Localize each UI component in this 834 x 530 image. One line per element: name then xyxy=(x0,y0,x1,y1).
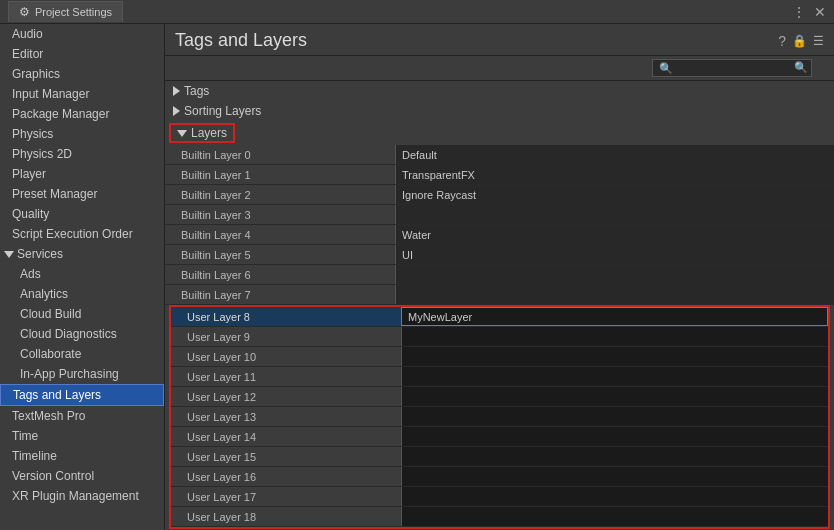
sidebar-item-graphics[interactable]: Graphics xyxy=(0,64,164,84)
sidebar-item-quality[interactable]: Quality xyxy=(0,204,164,224)
sidebar-item-tags-layers[interactable]: Tags and Layers xyxy=(0,384,164,406)
sidebar-item-physics-2d[interactable]: Physics 2D xyxy=(0,144,164,164)
sorting-layers-section-header[interactable]: Sorting Layers xyxy=(165,101,834,121)
sidebar-item-in-app[interactable]: In-App Purchasing xyxy=(0,364,164,384)
user-layer-12-value[interactable] xyxy=(401,387,828,406)
user-layer-11-label: User Layer 11 xyxy=(171,371,401,383)
user-layer-13-input[interactable] xyxy=(408,411,828,423)
help-icon[interactable]: ? xyxy=(778,33,786,49)
sidebar-item-script-execution[interactable]: Script Execution Order xyxy=(0,224,164,244)
services-expand-icon xyxy=(4,251,14,258)
builtin-layer-5-row: Builtin Layer 5 UI xyxy=(165,245,834,265)
sidebar-item-preset-manager[interactable]: Preset Manager xyxy=(0,184,164,204)
sidebar-item-input-manager[interactable]: Input Manager xyxy=(0,84,164,104)
sidebar-item-version-control[interactable]: Version Control xyxy=(0,466,164,486)
sidebar-item-collaborate[interactable]: Collaborate xyxy=(0,344,164,364)
sidebar-item-timeline[interactable]: Timeline xyxy=(0,446,164,466)
sorting-layers-label: Sorting Layers xyxy=(184,104,261,118)
search-icon: 🔍 xyxy=(794,61,808,79)
sidebar-item-analytics[interactable]: Analytics xyxy=(0,284,164,304)
user-layer-13-value[interactable] xyxy=(401,407,828,426)
user-layer-8-input[interactable] xyxy=(408,311,827,323)
sidebar-item-audio[interactable]: Audio xyxy=(0,24,164,44)
page-title: Tags and Layers xyxy=(175,30,307,51)
title-bar: ⚙ Project Settings ⋮ ✕ xyxy=(0,0,834,24)
user-layer-18-input[interactable] xyxy=(408,511,828,523)
user-layer-11-input[interactable] xyxy=(408,371,828,383)
user-layer-17-value[interactable] xyxy=(401,487,828,506)
content-scroll[interactable]: Tags Sorting Layers Layers Builtin Layer… xyxy=(165,81,834,530)
builtin-layer-5-label: Builtin Layer 5 xyxy=(165,249,395,261)
user-layer-10-input[interactable] xyxy=(408,351,828,363)
lock-icon[interactable]: 🔒 xyxy=(792,34,807,48)
user-layer-12-row[interactable]: User Layer 12 xyxy=(171,387,828,407)
builtin-layer-0-row: Builtin Layer 0 Default xyxy=(165,145,834,165)
search-input[interactable] xyxy=(652,59,812,77)
sidebar-item-time[interactable]: Time xyxy=(0,426,164,446)
sidebar-item-textmesh[interactable]: TextMesh Pro xyxy=(0,406,164,426)
user-layer-12-input[interactable] xyxy=(408,391,828,403)
sidebar-item-cloud-build[interactable]: Cloud Build xyxy=(0,304,164,324)
builtin-layer-1-label: Builtin Layer 1 xyxy=(165,169,395,181)
user-layer-14-input[interactable] xyxy=(408,431,828,443)
user-layer-9-input[interactable] xyxy=(408,331,828,343)
user-layer-18-value[interactable] xyxy=(401,507,828,526)
user-layer-8-label: User Layer 8 xyxy=(171,311,401,323)
user-layer-17-label: User Layer 17 xyxy=(171,491,401,503)
sidebar-item-xr-plugin[interactable]: XR Plugin Management xyxy=(0,486,164,506)
user-layer-17-row[interactable]: User Layer 17 xyxy=(171,487,828,507)
user-layer-15-value[interactable] xyxy=(401,447,828,466)
user-layer-11-row[interactable]: User Layer 11 xyxy=(171,367,828,387)
builtin-layer-1-row: Builtin Layer 1 TransparentFX xyxy=(165,165,834,185)
builtin-layer-2-value: Ignore Raycast xyxy=(395,185,834,204)
layers-section-header[interactable]: Layers xyxy=(177,126,227,140)
user-layer-15-input[interactable] xyxy=(408,451,828,463)
sidebar-item-player[interactable]: Player xyxy=(0,164,164,184)
user-layer-16-value[interactable] xyxy=(401,467,828,486)
tags-expand-icon xyxy=(173,86,180,96)
user-layer-11-value[interactable] xyxy=(401,367,828,386)
user-layer-9-value[interactable] xyxy=(401,327,828,346)
user-layer-8-value[interactable] xyxy=(401,307,828,326)
sidebar-item-cloud-diagnostics[interactable]: Cloud Diagnostics xyxy=(0,324,164,344)
user-layer-10-value[interactable] xyxy=(401,347,828,366)
user-layer-8-row[interactable]: User Layer 8 xyxy=(171,307,828,327)
user-layer-17-input[interactable] xyxy=(408,491,828,503)
content-panel: Tags and Layers ? 🔒 ☰ 🔍 Tags Sorting Lay… xyxy=(165,24,834,530)
user-layer-15-label: User Layer 15 xyxy=(171,451,401,463)
sidebar-item-physics[interactable]: Physics xyxy=(0,124,164,144)
user-layer-16-row[interactable]: User Layer 16 xyxy=(171,467,828,487)
builtin-layer-3-value xyxy=(395,205,834,224)
sidebar-item-package-manager[interactable]: Package Manager xyxy=(0,104,164,124)
builtin-layer-2-row: Builtin Layer 2 Ignore Raycast xyxy=(165,185,834,205)
kebab-icon[interactable]: ⋮ xyxy=(792,4,806,20)
close-icon[interactable]: ✕ xyxy=(814,4,826,20)
builtin-layer-3-row: Builtin Layer 3 xyxy=(165,205,834,225)
user-layer-12-label: User Layer 12 xyxy=(171,391,401,403)
user-layer-15-row[interactable]: User Layer 15 xyxy=(171,447,828,467)
builtin-layer-6-value xyxy=(395,265,834,284)
layers-expand-icon xyxy=(177,130,187,137)
main-layout: Audio Editor Graphics Input Manager Pack… xyxy=(0,24,834,530)
builtin-layer-4-label: Builtin Layer 4 xyxy=(165,229,395,241)
services-label: Services xyxy=(17,247,63,261)
sidebar-services-category[interactable]: Services xyxy=(0,244,164,264)
builtin-layer-1-value: TransparentFX xyxy=(395,165,834,184)
user-layer-10-row[interactable]: User Layer 10 xyxy=(171,347,828,367)
builtin-layer-0-value: Default xyxy=(395,145,834,164)
user-layer-14-row[interactable]: User Layer 14 xyxy=(171,427,828,447)
sidebar-item-ads[interactable]: Ads xyxy=(0,264,164,284)
builtin-layer-6-row: Builtin Layer 6 xyxy=(165,265,834,285)
user-layer-14-value[interactable] xyxy=(401,427,828,446)
tags-section-header[interactable]: Tags xyxy=(165,81,834,101)
window-title: Project Settings xyxy=(35,6,112,18)
user-layer-13-row[interactable]: User Layer 13 xyxy=(171,407,828,427)
menu-icon[interactable]: ☰ xyxy=(813,34,824,48)
user-layer-18-row[interactable]: User Layer 18 xyxy=(171,507,828,527)
user-layer-9-label: User Layer 9 xyxy=(171,331,401,343)
builtin-layer-7-row: Builtin Layer 7 xyxy=(165,285,834,305)
user-layer-9-row[interactable]: User Layer 9 xyxy=(171,327,828,347)
builtin-layer-7-label: Builtin Layer 7 xyxy=(165,289,395,301)
sidebar-item-editor[interactable]: Editor xyxy=(0,44,164,64)
user-layer-16-input[interactable] xyxy=(408,471,828,483)
